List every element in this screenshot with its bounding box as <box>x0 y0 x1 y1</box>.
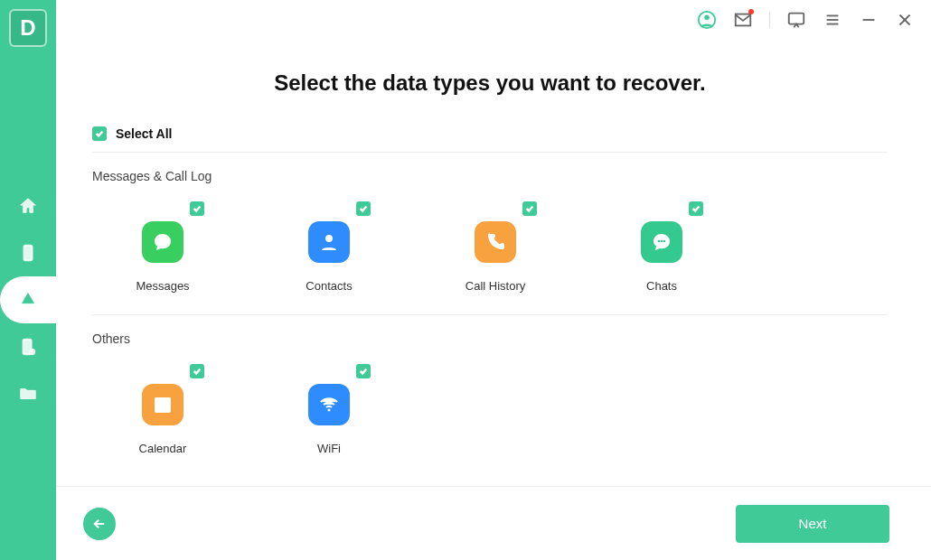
tile-contacts[interactable]: Contacts <box>275 201 383 293</box>
app-logo: D <box>9 9 47 47</box>
close-button[interactable] <box>895 10 915 30</box>
nav-device-alert[interactable]: ! <box>0 323 56 370</box>
tile-wifi-checkbox[interactable] <box>356 364 371 378</box>
next-button[interactable]: Next <box>736 505 889 543</box>
section-title-messages: Messages & Call Log <box>92 169 888 183</box>
tile-label: Contacts <box>306 279 352 293</box>
calendar-icon <box>142 384 183 425</box>
account-icon[interactable] <box>697 10 717 30</box>
svg-point-17 <box>663 240 666 243</box>
chat-dots-icon <box>641 221 682 263</box>
svg-rect-22 <box>165 405 168 407</box>
tile-label: Call History <box>466 279 525 293</box>
tile-calendar-checkbox[interactable] <box>190 364 204 378</box>
window-controls <box>56 0 931 40</box>
nav-home[interactable] <box>0 182 56 229</box>
svg-point-16 <box>661 240 663 243</box>
tile-label: Calendar <box>139 442 187 455</box>
svg-point-23 <box>328 409 331 412</box>
nav-folder[interactable] <box>0 370 56 417</box>
divider <box>92 314 888 315</box>
page-title: Select the data types you want to recove… <box>92 70 888 96</box>
phone-icon <box>475 221 516 263</box>
menu-icon[interactable] <box>823 10 842 30</box>
tile-label: Chats <box>646 279 677 293</box>
tile-label: Messages <box>136 279 189 293</box>
svg-point-15 <box>658 240 661 243</box>
tile-contacts-checkbox[interactable] <box>356 201 371 216</box>
select-all-label: Select All <box>116 126 173 141</box>
nav-cloud[interactable] <box>0 276 56 323</box>
mail-icon[interactable] <box>733 10 753 30</box>
separator <box>769 12 770 28</box>
sidebar: D ! <box>0 0 56 560</box>
wifi-icon <box>308 384 350 425</box>
svg-rect-7 <box>789 14 804 24</box>
tile-call-history[interactable]: Call History <box>441 201 550 293</box>
tile-chats[interactable]: Chats <box>607 201 716 293</box>
svg-rect-0 <box>24 246 32 261</box>
tile-messages[interactable]: Messages <box>108 201 217 293</box>
section-title-others: Others <box>92 331 888 346</box>
speech-bubble-icon <box>142 221 183 263</box>
svg-point-5 <box>704 15 710 21</box>
feedback-icon[interactable] <box>786 10 806 30</box>
tile-wifi[interactable]: WiFi <box>275 364 383 455</box>
person-icon <box>308 221 350 263</box>
tile-call-history-checkbox[interactable] <box>522 201 537 216</box>
back-button[interactable] <box>83 508 116 540</box>
select-all-checkbox[interactable] <box>92 126 107 141</box>
svg-rect-20 <box>157 405 160 407</box>
tile-chats-checkbox[interactable] <box>689 201 703 216</box>
tile-label: WiFi <box>317 442 341 455</box>
minimize-button[interactable] <box>859 10 879 30</box>
svg-point-14 <box>325 235 333 242</box>
tile-messages-checkbox[interactable] <box>190 201 204 216</box>
notification-dot <box>748 9 754 14</box>
svg-rect-21 <box>162 405 165 407</box>
tile-calendar[interactable]: Calendar <box>108 364 217 455</box>
nav-device[interactable] <box>0 229 56 276</box>
svg-rect-19 <box>155 397 171 402</box>
